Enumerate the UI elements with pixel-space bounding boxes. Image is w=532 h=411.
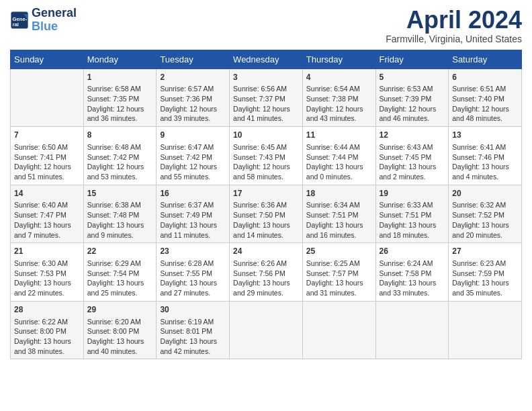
day-info: Daylight: 13 hours xyxy=(14,278,80,288)
day-info: Daylight: 12 hours xyxy=(452,104,518,114)
calendar-cell: 26Sunrise: 6:24 AMSunset: 7:58 PMDayligh… xyxy=(375,243,449,302)
day-number: 30 xyxy=(160,304,226,316)
calendar-cell: 6Sunrise: 6:51 AMSunset: 7:40 PMDaylight… xyxy=(449,68,522,127)
weekday-header: Monday xyxy=(83,50,157,68)
day-info: Daylight: 12 hours xyxy=(306,104,372,114)
day-info: Sunset: 7:45 PM xyxy=(380,152,445,163)
day-info: Daylight: 12 hours xyxy=(380,104,445,114)
calendar-cell: 18Sunrise: 6:34 AMSunset: 7:51 PMDayligh… xyxy=(302,185,375,243)
day-info: Sunset: 7:56 PM xyxy=(233,269,299,279)
day-number: 8 xyxy=(87,130,153,141)
day-info: Daylight: 13 hours xyxy=(452,278,518,288)
day-info: Sunset: 8:01 PM xyxy=(160,326,226,336)
day-number: 15 xyxy=(87,188,153,199)
weekday-header: Tuesday xyxy=(157,50,230,68)
calendar-cell: 22Sunrise: 6:29 AMSunset: 7:54 PMDayligh… xyxy=(83,243,157,302)
calendar-cell: 27Sunrise: 6:23 AMSunset: 7:59 PMDayligh… xyxy=(449,243,522,302)
day-info: Sunrise: 6:40 AM xyxy=(14,200,80,210)
day-info: and 2 minutes. xyxy=(380,172,445,182)
day-info: and 40 minutes. xyxy=(87,347,153,357)
calendar-cell: 20Sunrise: 6:32 AMSunset: 7:52 PMDayligh… xyxy=(449,185,522,243)
day-info: Sunset: 7:48 PM xyxy=(87,210,153,220)
day-info: Daylight: 13 hours xyxy=(380,162,445,172)
calendar-cell: 1Sunrise: 6:58 AMSunset: 7:35 PMDaylight… xyxy=(83,68,157,127)
calendar-cell: 21Sunrise: 6:30 AMSunset: 7:53 PMDayligh… xyxy=(11,243,84,302)
day-info: and 43 minutes. xyxy=(306,113,372,124)
day-number: 6 xyxy=(452,72,518,83)
day-info: Sunrise: 6:37 AM xyxy=(160,200,226,210)
day-info: and 9 minutes. xyxy=(87,230,153,240)
day-info: Sunset: 7:52 PM xyxy=(452,210,518,220)
day-info: Sunrise: 6:41 AM xyxy=(452,142,518,152)
calendar-week-row: 7Sunrise: 6:50 AMSunset: 7:41 PMDaylight… xyxy=(11,127,522,185)
day-number: 28 xyxy=(14,304,80,316)
day-info: Sunrise: 6:54 AM xyxy=(306,84,372,94)
day-info: Sunrise: 6:32 AM xyxy=(452,200,518,210)
day-info: Sunrise: 6:23 AM xyxy=(452,259,518,269)
day-info: Sunrise: 6:36 AM xyxy=(233,200,299,210)
day-info: and 51 minutes. xyxy=(14,172,80,182)
day-info: Sunset: 7:53 PM xyxy=(14,269,80,279)
day-info: Daylight: 13 hours xyxy=(306,162,372,172)
day-info: Sunset: 7:49 PM xyxy=(160,210,226,220)
calendar-cell: 3Sunrise: 6:56 AMSunset: 7:37 PMDaylight… xyxy=(230,68,303,127)
calendar-week-row: 28Sunrise: 6:22 AMSunset: 8:00 PMDayligh… xyxy=(11,301,522,359)
day-info: and 29 minutes. xyxy=(233,288,299,298)
logo-text: General Blue xyxy=(32,7,77,34)
svg-text:ral: ral xyxy=(13,21,19,28)
calendar-week-row: 14Sunrise: 6:40 AMSunset: 7:47 PMDayligh… xyxy=(11,185,522,243)
day-info: Daylight: 12 hours xyxy=(233,104,299,114)
day-info: and 11 minutes. xyxy=(160,230,226,240)
calendar-cell: 23Sunrise: 6:28 AMSunset: 7:55 PMDayligh… xyxy=(157,243,230,302)
day-info: and 0 minutes. xyxy=(306,172,372,182)
day-info: Daylight: 13 hours xyxy=(160,336,226,347)
day-info: Sunset: 7:51 PM xyxy=(306,210,372,220)
day-number: 29 xyxy=(87,304,153,316)
day-info: and 39 minutes. xyxy=(160,113,226,124)
calendar-cell xyxy=(449,301,522,359)
calendar-cell: 13Sunrise: 6:41 AMSunset: 7:46 PMDayligh… xyxy=(449,127,522,185)
day-number: 18 xyxy=(306,188,372,199)
day-number: 12 xyxy=(380,130,445,141)
day-info: Daylight: 13 hours xyxy=(160,220,226,230)
day-info: Daylight: 12 hours xyxy=(87,162,153,172)
calendar-cell: 16Sunrise: 6:37 AMSunset: 7:49 PMDayligh… xyxy=(157,185,230,243)
weekday-header: Friday xyxy=(375,50,449,68)
day-info: and 42 minutes. xyxy=(160,347,226,357)
calendar-cell: 11Sunrise: 6:44 AMSunset: 7:44 PMDayligh… xyxy=(302,127,375,185)
weekday-header-row: SundayMondayTuesdayWednesdayThursdayFrid… xyxy=(11,50,522,68)
day-info: and 55 minutes. xyxy=(160,172,226,182)
day-info: Sunset: 7:57 PM xyxy=(306,269,372,279)
day-info: Sunrise: 6:25 AM xyxy=(306,259,372,269)
day-number: 11 xyxy=(306,130,372,141)
day-info: Sunset: 7:47 PM xyxy=(14,210,80,220)
calendar-cell xyxy=(11,68,84,127)
day-number: 17 xyxy=(233,188,299,199)
day-info: Daylight: 12 hours xyxy=(233,162,299,172)
day-info: Daylight: 13 hours xyxy=(87,220,153,230)
day-number: 9 xyxy=(160,130,226,141)
day-info: Sunrise: 6:51 AM xyxy=(452,84,518,94)
day-info: and 14 minutes. xyxy=(233,230,299,240)
day-info: Sunset: 7:58 PM xyxy=(380,269,445,279)
day-info: Daylight: 13 hours xyxy=(380,220,445,230)
day-number: 21 xyxy=(14,246,80,257)
day-info: Sunrise: 6:30 AM xyxy=(14,259,80,269)
day-info: Daylight: 12 hours xyxy=(160,162,226,172)
day-info: Sunset: 7:46 PM xyxy=(452,152,518,163)
calendar-cell: 10Sunrise: 6:45 AMSunset: 7:43 PMDayligh… xyxy=(230,127,303,185)
day-info: and 33 minutes. xyxy=(380,288,445,298)
day-info: Daylight: 13 hours xyxy=(306,220,372,230)
day-info: and 16 minutes. xyxy=(306,230,372,240)
day-info: Sunrise: 6:58 AM xyxy=(87,84,153,94)
calendar-cell xyxy=(302,301,375,359)
day-info: Sunrise: 6:53 AM xyxy=(380,84,445,94)
calendar-cell: 9Sunrise: 6:47 AMSunset: 7:42 PMDaylight… xyxy=(157,127,230,185)
weekday-header: Saturday xyxy=(449,50,522,68)
weekday-header: Sunday xyxy=(11,50,84,68)
day-info: Daylight: 13 hours xyxy=(233,278,299,288)
day-number: 23 xyxy=(160,246,226,257)
day-info: Sunset: 7:40 PM xyxy=(452,94,518,104)
calendar-table: SundayMondayTuesdayWednesdayThursdayFrid… xyxy=(10,50,522,360)
day-info: Sunset: 7:51 PM xyxy=(380,210,445,220)
